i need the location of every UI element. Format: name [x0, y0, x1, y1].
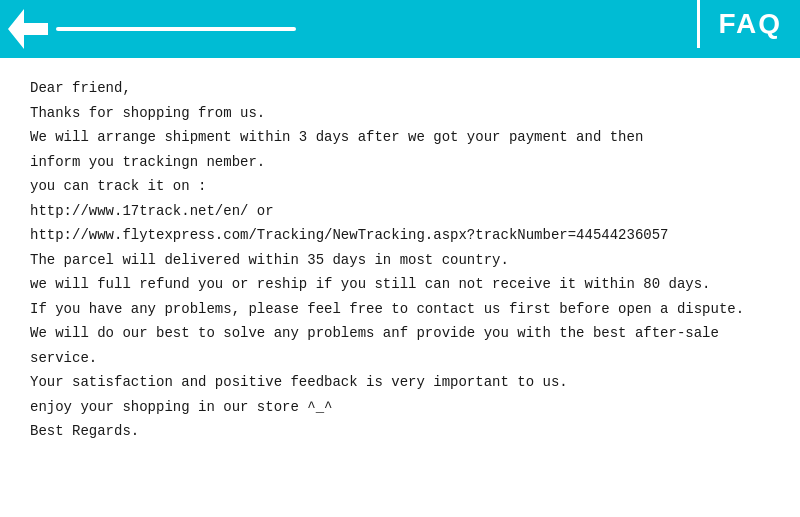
line-3: We will arrange shipment within 3 days a… [30, 125, 770, 150]
line-2: Thanks for shopping from us. [30, 101, 770, 126]
line-13: Your satisfaction and positive feedback … [30, 370, 770, 395]
line-9: we will full refund you or reship if you… [30, 272, 770, 297]
header-line [56, 27, 296, 31]
line-10: If you have any problems, please feel fr… [30, 297, 770, 322]
content-area: Dear friend, Thanks for shopping from us… [0, 58, 800, 462]
line-8: The parcel will delivered within 35 days… [30, 248, 770, 273]
line-1: Dear friend, [30, 76, 770, 101]
line-6: http://www.17track.net/en/ or [30, 199, 770, 224]
line-12: service. [30, 346, 770, 371]
line-4: inform you trackingn nember. [30, 150, 770, 175]
line-14: enjoy your shopping in our store ^_^ [30, 395, 770, 420]
header: FAQ [0, 0, 800, 58]
line-7: http://www.flytexpress.com/Tracking/NewT… [30, 223, 770, 248]
line-5: you can track it on : [30, 174, 770, 199]
arrow-icon [8, 9, 48, 49]
faq-title: FAQ [697, 0, 800, 48]
line-15: Best Regards. [30, 419, 770, 444]
line-11: We will do our best to solve any problem… [30, 321, 770, 346]
header-left [8, 9, 296, 49]
